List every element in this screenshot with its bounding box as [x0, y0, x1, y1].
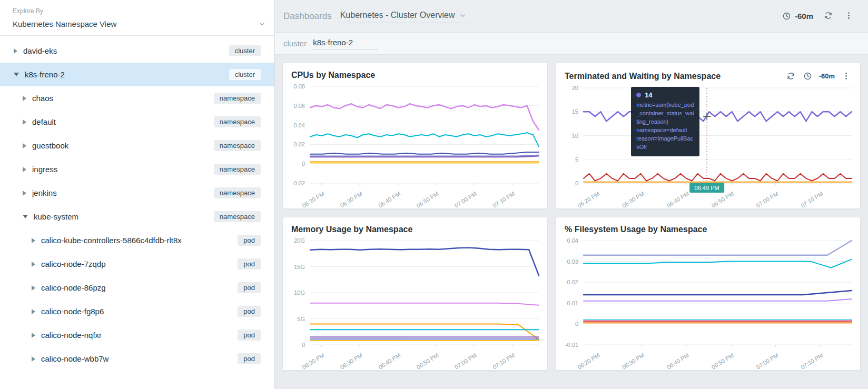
tree-item-label: guestbook: [32, 141, 209, 150]
chart-title: Memory Usage by Namespace: [291, 225, 539, 234]
view-selector-value: Kubernetes Namespace View: [13, 19, 116, 28]
tree-item-calico-kube-controllers-5866c4dfdb-rlt8x[interactable]: calico-kube-controllers-5866c4dfdb-rlt8x…: [0, 228, 274, 252]
expand-icon[interactable]: [32, 333, 35, 338]
card-refresh-button[interactable]: [785, 71, 796, 82]
tree-item-label: kube-system: [34, 212, 209, 221]
card-header: CPUs by Namespace: [283, 63, 547, 81]
svg-text:0: 0: [575, 321, 578, 327]
card-clock-button[interactable]: [802, 71, 813, 82]
dashboard-selector[interactable]: Kubernetes - Cluster Overview: [339, 9, 468, 23]
tree-item-label: k8s-freno-2: [25, 70, 224, 79]
entity-type-badge: pod: [238, 306, 261, 317]
svg-text:06:40 PM: 06:40 PM: [377, 191, 401, 208]
expand-icon[interactable]: [23, 143, 26, 148]
svg-text:06:30 PM: 06:30 PM: [339, 191, 363, 208]
chart-title: CPUs by Namespace: [291, 71, 539, 80]
svg-text:06:30 PM: 06:30 PM: [339, 352, 363, 370]
card-header: Terminated and Waiting by Namespace-60m: [556, 63, 860, 83]
tree-item-kube-system[interactable]: kube-systemnamespace: [0, 205, 274, 228]
card-time-range[interactable]: -60m: [819, 72, 835, 80]
time-range-control[interactable]: -60m: [782, 12, 813, 21]
svg-text:06:49 PM: 06:49 PM: [695, 185, 719, 191]
svg-text:06:50 PM: 06:50 PM: [415, 191, 439, 208]
refresh-button[interactable]: [823, 10, 834, 23]
svg-text:06:40 PM: 06:40 PM: [666, 352, 690, 370]
svg-text:06:50 PM: 06:50 PM: [711, 352, 735, 370]
expand-icon[interactable]: [32, 309, 35, 314]
svg-text:06:40 PM: 06:40 PM: [377, 352, 401, 370]
chevron-down-icon: [459, 12, 467, 19]
svg-text:0.02: 0.02: [294, 141, 305, 147]
tree-item-calico-node-nqfxr[interactable]: calico-node-nqfxrpod: [0, 323, 274, 347]
entity-type-badge: pod: [238, 282, 261, 293]
expand-icon[interactable]: [23, 119, 26, 125]
tree-item-calico-node-86pzg[interactable]: calico-node-86pzgpod: [0, 276, 274, 300]
entity-tree[interactable]: david-eksclusterk8s-freno-2clusterchaosn…: [0, 36, 274, 389]
tree-item-david-eks[interactable]: david-ekscluster: [0, 39, 274, 63]
tree-item-guestbook[interactable]: guestbooknamespace: [0, 134, 274, 157]
entity-type-badge: pod: [238, 258, 261, 270]
expand-icon[interactable]: [23, 96, 26, 101]
card-header: % Filesystem Usage by Namespace: [556, 217, 860, 235]
tree-item-ingress[interactable]: ingressnamespace: [0, 157, 274, 181]
tree-item-calico-node-7zqdp[interactable]: calico-node-7zqdppod: [0, 252, 274, 276]
expand-icon[interactable]: [23, 191, 26, 196]
dashboard-grid: CPUs by Namespace-0.0200.020.040.060.080…: [275, 55, 868, 389]
card-header: Memory Usage by Namespace: [283, 217, 547, 235]
collapse-icon[interactable]: [23, 215, 28, 218]
expand-icon[interactable]: [32, 238, 35, 243]
card-memory-usage-by-namespace: Memory Usage by Namespace05G10G15G20G06:…: [282, 217, 548, 371]
tree-item-label: calico-node-86pzg: [41, 283, 232, 292]
entity-type-badge: namespace: [214, 93, 261, 104]
svg-text:06:20 PM: 06:20 PM: [301, 352, 325, 370]
tree-item-label: calico-node-7zqdp: [41, 260, 232, 268]
tree-item-label: calico-kube-controllers-5866c4dfdb-rlt8x: [41, 236, 232, 245]
chart-svg: 05G10G15G20G06:20 PM06:30 PM06:40 PM06:5…: [283, 235, 547, 370]
tree-item-default[interactable]: defaultnamespace: [0, 110, 274, 134]
tree-item-chaos[interactable]: chaosnamespace: [0, 86, 274, 110]
tree-item-jenkins[interactable]: jenkinsnamespace: [0, 181, 274, 205]
svg-text:10: 10: [572, 133, 578, 139]
chart-plot-area[interactable]: 05G10G15G20G06:20 PM06:30 PM06:40 PM06:5…: [283, 235, 547, 370]
tree-item-label: jenkins: [32, 188, 209, 197]
view-selector[interactable]: Kubernetes Namespace View: [13, 19, 266, 28]
tree-item-calico-node-fg8p6[interactable]: calico-node-fg8p6pod: [0, 300, 274, 323]
svg-text:06:20 PM: 06:20 PM: [576, 191, 600, 208]
entity-type-badge: namespace: [214, 164, 261, 175]
explore-by-label: Explore By: [13, 7, 266, 15]
chart-plot-area[interactable]: -0.0200.020.040.060.0806:20 PM06:30 PM06…: [283, 81, 547, 208]
chart-svg: 0510152006:20 PM06:30 PM06:40 PM06:50 PM…: [556, 83, 860, 208]
more-options-button[interactable]: [843, 10, 854, 23]
tree-item-k8s-freno-2[interactable]: k8s-freno-2cluster: [0, 63, 274, 86]
sidebar-header: Explore By Kubernetes Namespace View: [0, 0, 274, 36]
svg-text:06:50 PM: 06:50 PM: [415, 352, 439, 370]
expand-icon[interactable]: [23, 167, 26, 172]
expand-icon[interactable]: [32, 285, 35, 291]
svg-text:0.01: 0.01: [567, 300, 578, 306]
svg-text:20G: 20G: [294, 237, 305, 244]
collapse-icon[interactable]: [14, 73, 19, 76]
chart-title: Terminated and Waiting by Namespace: [565, 72, 781, 81]
expand-icon[interactable]: [14, 48, 17, 54]
chart-plot-area[interactable]: -0.0100.010.020.030.0406:20 PM06:30 PM06…: [556, 235, 860, 370]
expand-icon[interactable]: [32, 262, 35, 267]
svg-text:06:30 PM: 06:30 PM: [621, 191, 645, 208]
svg-text:06:50 PM: 06:50 PM: [711, 191, 735, 208]
dashboards-label: Dashboards: [283, 11, 332, 22]
svg-text:07:00 PM: 07:00 PM: [755, 191, 780, 208]
kebab-icon: [844, 11, 853, 22]
entity-type-badge: namespace: [214, 187, 261, 198]
tree-item-label: chaos: [32, 94, 209, 103]
expand-icon[interactable]: [32, 356, 35, 362]
chart-plot-area[interactable]: 0510152006:20 PM06:30 PM06:40 PM06:50 PM…: [556, 83, 860, 208]
header-controls: -60m: [782, 10, 854, 23]
scope-value[interactable]: k8s-freno-2: [312, 37, 377, 50]
tree-item-calico-node-wbb7w[interactable]: calico-node-wbb7wpod: [0, 347, 274, 371]
tree-item-label: ingress: [32, 165, 209, 174]
svg-text:07:10 PM: 07:10 PM: [800, 352, 824, 370]
svg-text:15G: 15G: [294, 264, 305, 270]
dashboard-header: Dashboards Kubernetes - Cluster Overview…: [275, 0, 868, 33]
card-more-button[interactable]: [841, 71, 852, 82]
svg-text:10G: 10G: [294, 290, 305, 296]
scope-label: cluster: [283, 39, 307, 48]
